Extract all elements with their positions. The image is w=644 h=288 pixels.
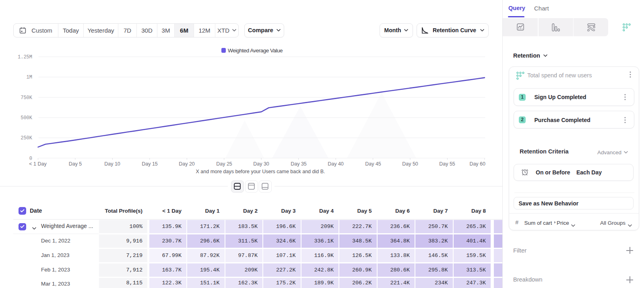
svg-text:Day 35: Day 35 (291, 161, 307, 167)
svg-text:1M: 1M (27, 75, 32, 80)
svg-text:Day 10: Day 10 (104, 161, 120, 167)
svg-text:Day 50: Day 50 (402, 161, 418, 167)
svg-text:Day 15: Day 15 (142, 161, 158, 167)
svg-text:500K: 500K (21, 115, 33, 121)
svg-text:< 1 Day: < 1 Day (29, 161, 47, 167)
svg-text:750K: 750K (21, 95, 33, 101)
svg-text:Day 5: Day 5 (69, 161, 82, 167)
svg-text:Day 25: Day 25 (216, 161, 232, 167)
svg-text:Day 60: Day 60 (469, 161, 485, 167)
svg-text:1.25M: 1.25M (18, 54, 32, 60)
svg-text:Day 30: Day 30 (253, 161, 269, 167)
svg-text:X and more days before your Us: X and more days before your Users came b… (196, 169, 325, 174)
svg-text:Day 20: Day 20 (179, 161, 195, 167)
svg-text:250K: 250K (21, 135, 33, 141)
svg-text:0: 0 (29, 156, 32, 162)
svg-text:Day 40: Day 40 (328, 161, 344, 167)
svg-text:Day 45: Day 45 (365, 161, 381, 167)
svg-text:Day 55: Day 55 (439, 161, 455, 167)
